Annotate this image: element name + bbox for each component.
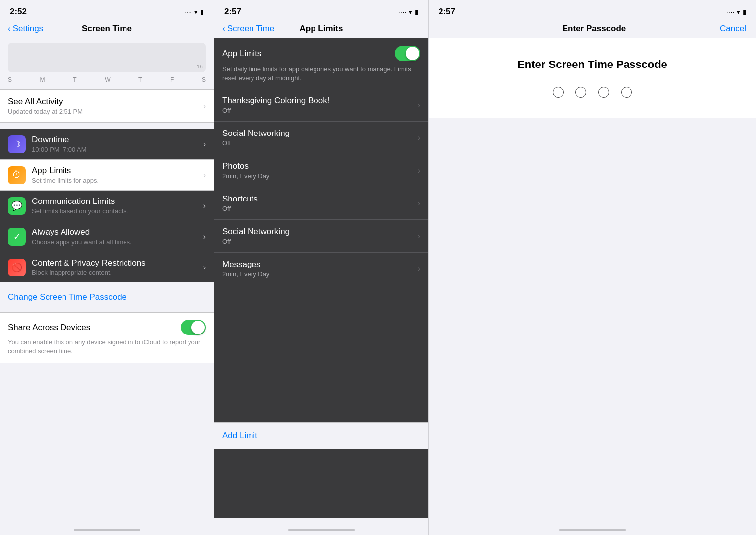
chevron-always: › [203,232,206,241]
wifi-icon-2: ▾ [409,8,412,16]
passcode-prompt-title: Enter Screen Time Passcode [517,58,667,71]
item-5-subtitle: 2min, Every Day [222,270,418,278]
always-allowed-title: Always Allowed [32,227,203,237]
item-4-content: Social Networking Off [222,227,418,245]
wifi-icon-3: ▾ [737,8,740,16]
hourglass-icon: ⏱ [12,170,21,180]
app-limits-content: App Limits Set time limits for apps. [32,166,203,184]
chevron-item-1: › [418,134,420,142]
chevron-left-icon-2: ‹ [222,24,225,34]
item-2-title: Photos [222,161,418,171]
chevron-app-limits: › [203,171,206,180]
back-button-1[interactable]: ‹ Settings [8,24,43,34]
day-s2: S [202,76,206,83]
see-all-content: See All Activity Updated today at 2:51 P… [8,97,203,115]
status-time-2: 2:57 [224,7,241,17]
item-1-title: Social Networking [222,129,418,138]
content-content: Content & Privacy Restrictions Block ina… [32,258,203,276]
battery-icon-2: ▮ [415,8,418,16]
home-indicator-2 [214,518,428,535]
see-all-section: See All Activity Updated today at 2:51 P… [0,89,214,123]
share-section: Share Across Devices You can enable this… [0,312,214,363]
item-3-content: Shortcuts Off [222,194,418,212]
passcode-dot-2 [575,87,586,98]
change-passcode-link[interactable]: Change Screen Time Passcode [0,282,214,312]
app-limits-list-item-2[interactable]: Photos 2min, Every Day › [214,154,428,187]
app-limits-list-item-0[interactable]: Thanksgiving Coloring Book! Off › [214,89,428,122]
status-icons-1: ···· ▾ ▮ [185,8,204,16]
app-limits-item[interactable]: ⏱ App Limits Set time limits for apps. › [0,160,214,191]
item-3-title: Shortcuts [222,194,418,204]
chevron-left-icon: ‹ [8,24,11,34]
day-w: W [105,76,110,83]
item-0-subtitle: Off [222,107,418,114]
home-bar-3 [559,529,626,531]
chevron-right-icon: › [203,102,206,111]
nav-title-2: App Limits [300,24,343,34]
add-limit-button[interactable]: Add Limit [214,422,428,449]
signal-dots-icon-3: ···· [727,8,734,16]
chevron-item-5: › [418,265,420,273]
comm-limits-item[interactable]: 💬 Communication Limits Set limits based … [0,191,214,221]
cancel-button[interactable]: Cancel [720,24,746,34]
chart-area: 1h [8,43,206,72]
app-limits-list-item-5[interactable]: Messages 2min, Every Day › [214,253,428,285]
comm-title: Communication Limits [32,197,203,206]
status-time-1: 2:52 [10,7,27,17]
passcode-dot-4 [621,87,632,98]
wifi-icon: ▾ [194,8,198,16]
passcode-gray-area [429,118,756,518]
p2-dark-bottom [214,449,428,518]
app-limits-description: Set daily time limits for app categories… [222,65,420,83]
app-limits-header: App Limits Set daily time limits for app… [214,38,428,89]
item-5-content: Messages 2min, Every Day [222,260,418,278]
see-all-activity-item[interactable]: See All Activity Updated today at 2:51 P… [0,89,214,123]
content-privacy-item[interactable]: 🚫 Content & Privacy Restrictions Block i… [0,252,214,282]
share-title: Share Across Devices [8,323,181,333]
back-label-2: Screen Time [227,24,274,34]
item-0-content: Thanksgiving Coloring Book! Off [222,96,418,114]
downtime-item[interactable]: ☽ Downtime 10:00 PM–7:00 AM › [0,129,214,160]
chart-label-1h: 1h [197,64,203,69]
app-limits-list-item-4[interactable]: Social Networking Off › [214,220,428,253]
day-t1: T [73,76,76,83]
menu-list: ☽ Downtime 10:00 PM–7:00 AM › ⏱ App Limi… [0,129,214,282]
item-3-subtitle: Off [222,205,418,212]
item-4-subtitle: Off [222,238,418,245]
back-button-2[interactable]: ‹ Screen Time [222,24,274,34]
panel-screen-time: 2:52 ···· ▾ ▮ ‹ Settings Screen Time 1h … [0,0,214,535]
panel-enter-passcode: 2:57 ···· ▾ ▮ Enter Passcode Cancel Ente… [429,0,756,535]
battery-icon-3: ▮ [743,8,746,16]
always-allowed-item[interactable]: ✓ Always Allowed Choose apps you want at… [0,221,214,252]
passcode-dots [553,87,632,98]
app-limits-list-item-1[interactable]: Social Networking Off › [214,122,428,154]
day-labels: S M T W T F S [0,74,214,85]
status-time-3: 2:57 [439,7,455,17]
day-f: F [170,76,174,83]
no-entry-icon: 🚫 [11,262,22,273]
day-t2: T [138,76,142,83]
app-limits-list-item-3[interactable]: Shortcuts Off › [214,187,428,220]
chevron-item-0: › [418,101,420,110]
always-allowed-icon: ✓ [8,228,26,246]
share-toggle[interactable] [181,320,206,335]
nav-bar-3: Enter Passcode Cancel [429,20,756,38]
item-5-title: Messages [222,260,418,269]
app-limits-toggle[interactable] [395,46,420,61]
back-label-1: Settings [13,24,43,34]
share-subtitle: You can enable this on any device signed… [8,338,206,356]
always-allowed-subtitle: Choose apps you want at all times. [32,238,203,246]
nav-title-3: Enter Passcode [563,24,626,34]
content-icon: 🚫 [8,259,26,276]
status-bar-2: 2:57 ···· ▾ ▮ [214,0,428,20]
item-0-title: Thanksgiving Coloring Book! [222,96,418,106]
home-bar-1 [74,529,140,531]
nav-bar-1: ‹ Settings Screen Time [0,20,214,38]
signal-dots-icon-2: ···· [399,8,406,16]
app-limits-icon: ⏱ [8,166,26,184]
app-limits-subtitle: Set time limits for apps. [32,177,203,184]
chevron-content: › [203,263,206,272]
checkmark-icon: ✓ [13,231,21,242]
content-subtitle: Block inappropriate content. [32,269,203,276]
chevron-item-2: › [418,166,420,175]
